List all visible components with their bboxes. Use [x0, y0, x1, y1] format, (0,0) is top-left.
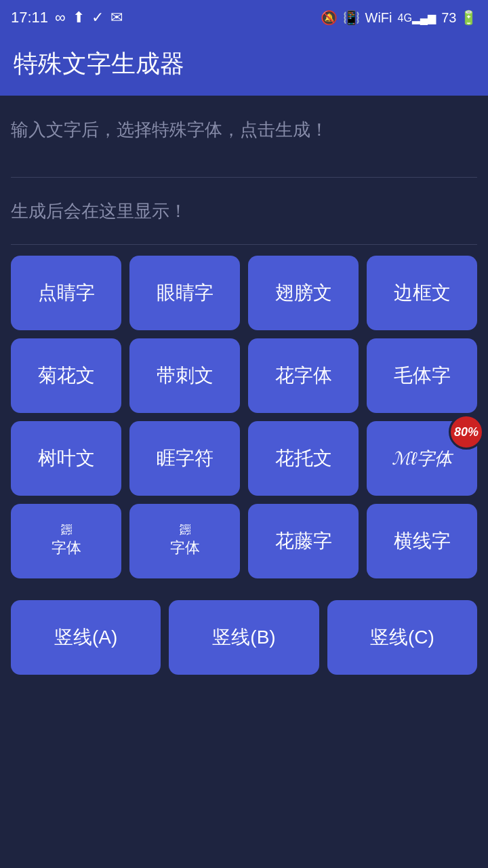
input-placeholder-text[interactable]: 输入文字后，选择特殊字体，点击生成！ [11, 109, 477, 170]
status-right: 🔕 📳 WiFi 4G▂▄▆ 73 🔋 [321, 9, 477, 26]
status-bar: 17:11 ∞ ⬆ ✓ ✉ 🔕 📳 WiFi 4G▂▄▆ 73 🔋 [0, 0, 488, 35]
btn-ya-zi[interactable]: 睚字符 [129, 421, 240, 496]
btn-hua-teng[interactable]: 花藤字 [248, 504, 359, 578]
battery-display: 73 🔋 [441, 9, 477, 26]
app-header: 特殊文字生成器 [0, 35, 488, 96]
progress-badge: 80% [449, 414, 484, 450]
app-title: 特殊文字生成器 [14, 47, 474, 81]
btn-hua-tuo[interactable]: 花托文 [248, 421, 359, 496]
btn-bian-kuang[interactable]: 边框文 [367, 256, 477, 330]
btn-dai-ci[interactable]: 带刺文 [129, 338, 240, 413]
upload-icon: ⬆ [73, 9, 85, 26]
wifi-icon: WiFi [365, 10, 392, 26]
btn-dian-jing[interactable]: 点睛字 [11, 256, 121, 330]
status-left: 17:11 ∞ ⬆ ✓ ✉ [11, 9, 123, 26]
buttons-last-row: 竖线(A) 竖线(B) 竖线(C) [11, 600, 477, 675]
check-icon: ✓ [92, 9, 104, 26]
arabic-label-1: 字体 [52, 538, 81, 558]
divider-1 [11, 177, 477, 178]
btn-shu-ye[interactable]: 树叶文 [11, 421, 121, 496]
btn-shu-xian-c[interactable]: 竖线(C) [327, 600, 477, 675]
output-placeholder-text: 生成后会在这里显示！ [11, 193, 477, 233]
btn-heng-xian[interactable]: 横线字 [367, 504, 477, 578]
btn-ml-zi[interactable]: ℳℓ字体 80% [367, 421, 477, 496]
btn-yan-jing[interactable]: 眼睛字 [129, 256, 240, 330]
ml-label: ℳℓ字体 [392, 447, 451, 471]
output-section: 生成后会在这里显示！ [11, 182, 477, 240]
input-section: 输入文字后，选择特殊字体，点击生成！ [11, 109, 477, 170]
btn-arabic-1[interactable]: ﷽ 字体 [11, 504, 121, 578]
infinity-icon: ∞ [55, 9, 66, 26]
signal-icon: 4G▂▄▆ [398, 12, 436, 24]
phone-mute-icon: 🔕 [321, 9, 338, 26]
arabic-deco-1: ﷽ [61, 524, 72, 536]
btn-shu-xian-b[interactable]: 竖线(B) [169, 600, 319, 675]
time-display: 17:11 [11, 9, 48, 26]
arabic-deco-2: ﷽ [180, 524, 190, 536]
font-buttons-grid: 点睛字 眼睛字 翅膀文 边框文 菊花文 带刺文 花字体 毛体字 树叶文 睚字符 … [11, 256, 477, 592]
btn-shu-xian-a[interactable]: 竖线(A) [11, 600, 161, 675]
btn-ju-hua[interactable]: 菊花文 [11, 338, 121, 413]
vibrate-icon: 📳 [343, 9, 360, 26]
main-content: 输入文字后，选择特殊字体，点击生成！ 生成后会在这里显示！ 点睛字 眼睛字 翅膀… [0, 96, 488, 868]
arabic-label-2: 字体 [170, 538, 200, 558]
btn-chi-bang[interactable]: 翅膀文 [248, 256, 359, 330]
mail-icon: ✉ [110, 9, 123, 26]
divider-2 [11, 244, 477, 245]
btn-hua-zi[interactable]: 花字体 [248, 338, 359, 413]
btn-mao-ti[interactable]: 毛体字 [367, 338, 477, 413]
btn-arabic-2[interactable]: ﷽ 字体 [129, 504, 240, 578]
